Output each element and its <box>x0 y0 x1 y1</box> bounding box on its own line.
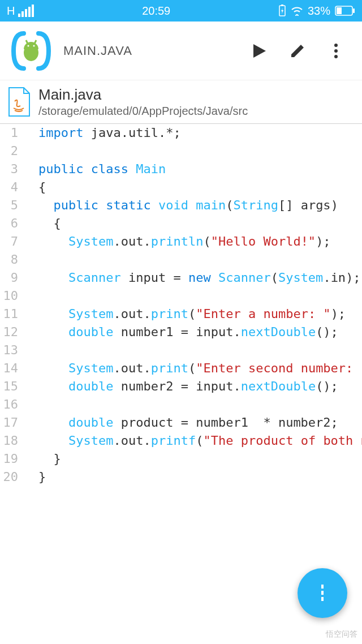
code-line[interactable]: } <box>38 450 362 468</box>
more-vert-icon <box>320 583 325 603</box>
network-type: H <box>7 5 15 18</box>
status-right: 33% <box>278 5 355 18</box>
svg-rect-15 <box>321 597 324 601</box>
play-icon <box>251 43 267 59</box>
file-info: Main.java /storage/emulated/0/AppProject… <box>38 86 248 118</box>
wifi-icon <box>291 6 303 16</box>
line-number: 15 <box>0 377 18 396</box>
code-editor[interactable]: 1234567891011121314151617181920 import j… <box>0 124 362 486</box>
file-path: /storage/emulated/0/AppProjects/Java/src <box>38 105 248 118</box>
code-line[interactable]: double product = number1 * number2; <box>38 414 362 432</box>
svg-point-9 <box>33 45 35 46</box>
battery-icon <box>335 6 355 16</box>
line-number: 8 <box>0 251 18 269</box>
charging-icon <box>278 5 286 17</box>
line-number: 18 <box>0 432 18 450</box>
pencil-icon <box>290 43 305 59</box>
code-line[interactable]: public class Main <box>38 160 362 178</box>
status-time: 20:59 <box>142 5 170 18</box>
line-number: 1 <box>0 124 18 142</box>
code-line[interactable] <box>38 396 362 414</box>
watermark: 悟空问答 <box>326 629 357 639</box>
more-vert-icon <box>333 43 339 59</box>
run-button[interactable] <box>250 42 268 60</box>
status-bar: H 20:59 33% <box>0 0 362 22</box>
svg-line-7 <box>35 40 36 44</box>
svg-rect-4 <box>353 8 355 13</box>
line-number: 17 <box>0 414 18 432</box>
app-logo-icon <box>6 25 57 76</box>
code-line[interactable]: { <box>38 214 362 233</box>
code-line[interactable]: Scanner input = new Scanner(System.in); <box>38 269 362 287</box>
line-number-gutter: 1234567891011121314151617181920 <box>0 124 25 486</box>
code-line[interactable]: { <box>38 178 362 196</box>
code-area[interactable]: import java.util.*;public class Main{ pu… <box>25 124 362 486</box>
fab-button[interactable] <box>298 568 347 618</box>
code-line[interactable]: System.out.printf("The product of both n… <box>38 432 362 450</box>
svg-rect-13 <box>321 585 324 589</box>
svg-rect-3 <box>337 7 342 14</box>
line-number: 16 <box>0 396 18 414</box>
line-number: 9 <box>0 269 18 287</box>
code-line[interactable]: System.out.println("Hello World!"); <box>38 233 362 251</box>
svg-point-12 <box>334 55 338 58</box>
code-line[interactable]: double number1 = input.nextDouble(); <box>38 323 362 341</box>
line-number: 6 <box>0 214 18 233</box>
svg-line-6 <box>26 40 28 44</box>
line-number: 5 <box>0 196 18 214</box>
line-number: 4 <box>0 178 18 196</box>
toolbar <box>250 42 356 60</box>
code-line[interactable]: double number2 = input.nextDouble(); <box>38 377 362 396</box>
svg-point-8 <box>28 45 29 46</box>
battery-pct: 33% <box>308 5 330 18</box>
line-number: 20 <box>0 468 18 486</box>
svg-point-11 <box>334 49 338 53</box>
code-line[interactable] <box>38 287 362 305</box>
edit-button[interactable] <box>288 42 307 60</box>
java-file-icon <box>7 87 32 117</box>
line-number: 7 <box>0 233 18 251</box>
file-name: Main.java <box>38 86 248 104</box>
status-left: H <box>7 5 34 18</box>
menu-button[interactable] <box>327 42 345 60</box>
file-header[interactable]: Main.java /storage/emulated/0/AppProject… <box>0 80 362 124</box>
line-number: 14 <box>0 359 18 377</box>
svg-point-10 <box>334 44 338 47</box>
svg-rect-1 <box>281 5 283 6</box>
line-number: 10 <box>0 287 18 305</box>
line-number: 19 <box>0 450 18 468</box>
code-line[interactable]: public static void main(String[] args) <box>38 196 362 214</box>
code-line[interactable] <box>38 341 362 359</box>
line-number: 13 <box>0 341 18 359</box>
svg-rect-14 <box>321 591 324 595</box>
code-line[interactable] <box>38 142 362 160</box>
app-bar: MAIN.JAVA <box>0 22 362 80</box>
line-number: 3 <box>0 160 18 178</box>
code-line[interactable]: } <box>38 468 362 486</box>
code-line[interactable] <box>38 251 362 269</box>
code-line[interactable]: import java.util.*; <box>38 124 362 142</box>
code-line[interactable]: System.out.print("Enter second number: "… <box>38 359 362 377</box>
line-number: 2 <box>0 142 18 160</box>
line-number: 11 <box>0 305 18 323</box>
app-title: MAIN.JAVA <box>63 44 250 58</box>
line-number: 12 <box>0 323 18 341</box>
signal-icon <box>18 5 34 17</box>
code-line[interactable]: System.out.print("Enter a number: "); <box>38 305 362 323</box>
